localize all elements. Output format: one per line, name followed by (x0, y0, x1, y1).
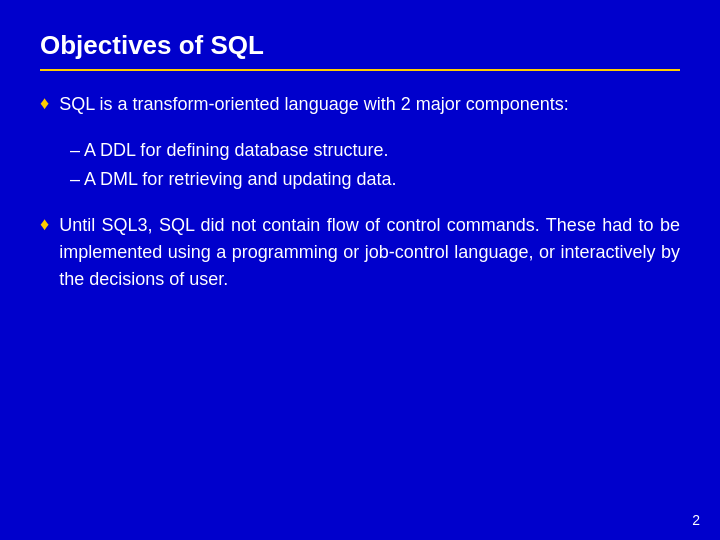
sub-bullets: – A DDL for defining database structure.… (70, 136, 680, 194)
bullet-item-2: ♦ Until SQL3, SQL did not contain flow o… (40, 212, 680, 293)
slide: Objectives of SQL ♦ SQL is a transform-o… (0, 0, 720, 540)
page-number: 2 (692, 512, 700, 528)
sub-bullet-1: – A DDL for defining database structure. (70, 136, 680, 165)
sub-bullet-2: – A DML for retrieving and updating data… (70, 165, 680, 194)
bullet-text-1: SQL is a transform-oriented language wit… (59, 91, 569, 118)
bullet-diamond-1: ♦ (40, 93, 49, 114)
title-container: Objectives of SQL (40, 30, 680, 71)
bullet-item-1: ♦ SQL is a transform-oriented language w… (40, 91, 680, 118)
slide-title: Objectives of SQL (40, 30, 680, 61)
title-underline (40, 69, 680, 71)
bullet-diamond-2: ♦ (40, 214, 49, 235)
slide-content: ♦ SQL is a transform-oriented language w… (40, 91, 680, 293)
bullet-text-2: Until SQL3, SQL did not contain flow of … (59, 212, 680, 293)
